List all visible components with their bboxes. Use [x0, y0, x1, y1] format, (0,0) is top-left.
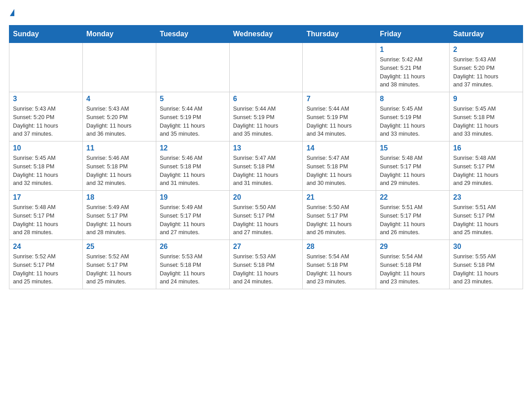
calendar-cell: 25Sunrise: 5:52 AM Sunset: 5:17 PM Dayli…: [82, 240, 156, 289]
weekday-header-saturday: Saturday: [450, 26, 523, 43]
day-info: Sunrise: 5:43 AM Sunset: 5:20 PM Dayligh…: [86, 105, 152, 138]
day-number: 3: [13, 95, 79, 103]
day-number: 7: [306, 95, 372, 103]
calendar-cell: 10Sunrise: 5:45 AM Sunset: 5:18 PM Dayli…: [9, 141, 83, 191]
day-number: 24: [13, 243, 79, 251]
day-number: 9: [453, 95, 519, 103]
calendar-cell: 28Sunrise: 5:54 AM Sunset: 5:18 PM Dayli…: [303, 240, 376, 289]
calendar-cell: 19Sunrise: 5:49 AM Sunset: 5:17 PM Dayli…: [156, 191, 229, 240]
day-number: 8: [380, 95, 446, 103]
day-info: Sunrise: 5:52 AM Sunset: 5:17 PM Dayligh…: [86, 253, 152, 286]
calendar-cell: 27Sunrise: 5:53 AM Sunset: 5:18 PM Dayli…: [229, 240, 303, 289]
day-number: 17: [13, 193, 79, 201]
day-number: 29: [380, 243, 446, 251]
day-number: 2: [453, 46, 519, 54]
weekday-header-tuesday: Tuesday: [156, 26, 229, 43]
day-info: Sunrise: 5:49 AM Sunset: 5:17 PM Dayligh…: [86, 203, 152, 237]
day-number: 28: [306, 243, 372, 251]
calendar-cell: 12Sunrise: 5:46 AM Sunset: 5:18 PM Dayli…: [156, 141, 229, 191]
calendar-cell: [156, 43, 229, 92]
day-number: 5: [160, 95, 226, 103]
calendar-cell: 11Sunrise: 5:46 AM Sunset: 5:18 PM Dayli…: [82, 141, 156, 191]
day-number: 4: [86, 95, 152, 103]
day-info: Sunrise: 5:46 AM Sunset: 5:18 PM Dayligh…: [86, 154, 152, 188]
day-number: 11: [86, 144, 152, 152]
day-number: 16: [453, 144, 519, 152]
day-number: 18: [86, 193, 152, 201]
day-info: Sunrise: 5:51 AM Sunset: 5:17 PM Dayligh…: [380, 203, 446, 237]
day-number: 6: [233, 95, 299, 103]
day-info: Sunrise: 5:50 AM Sunset: 5:17 PM Dayligh…: [233, 203, 299, 237]
calendar-cell: 20Sunrise: 5:50 AM Sunset: 5:17 PM Dayli…: [229, 191, 303, 240]
calendar-cell: 9Sunrise: 5:45 AM Sunset: 5:18 PM Daylig…: [450, 92, 523, 141]
day-info: Sunrise: 5:45 AM Sunset: 5:18 PM Dayligh…: [453, 105, 519, 138]
calendar-cell: [9, 43, 83, 92]
day-info: Sunrise: 5:43 AM Sunset: 5:20 PM Dayligh…: [453, 56, 519, 89]
calendar-cell: 1Sunrise: 5:42 AM Sunset: 5:21 PM Daylig…: [376, 43, 450, 92]
day-number: 15: [380, 144, 446, 152]
calendar-cell: 16Sunrise: 5:48 AM Sunset: 5:17 PM Dayli…: [450, 141, 523, 191]
weekday-header-monday: Monday: [82, 26, 156, 43]
weekday-header-row: SundayMondayTuesdayWednesdayThursdayFrid…: [9, 26, 523, 43]
day-info: Sunrise: 5:43 AM Sunset: 5:20 PM Dayligh…: [13, 105, 79, 138]
day-number: 22: [380, 193, 446, 201]
day-info: Sunrise: 5:53 AM Sunset: 5:18 PM Dayligh…: [233, 253, 299, 286]
calendar-cell: 21Sunrise: 5:50 AM Sunset: 5:17 PM Dayli…: [303, 191, 376, 240]
logo-triangle-icon: [10, 9, 14, 16]
day-info: Sunrise: 5:50 AM Sunset: 5:17 PM Dayligh…: [306, 203, 372, 237]
day-number: 21: [306, 193, 372, 201]
day-info: Sunrise: 5:45 AM Sunset: 5:18 PM Dayligh…: [13, 154, 79, 188]
calendar-cell: 18Sunrise: 5:49 AM Sunset: 5:17 PM Dayli…: [82, 191, 156, 240]
day-info: Sunrise: 5:45 AM Sunset: 5:19 PM Dayligh…: [380, 105, 446, 138]
calendar-cell: 13Sunrise: 5:47 AM Sunset: 5:18 PM Dayli…: [229, 141, 303, 191]
day-number: 27: [233, 243, 299, 251]
day-info: Sunrise: 5:54 AM Sunset: 5:18 PM Dayligh…: [380, 253, 446, 286]
week-row-3: 10Sunrise: 5:45 AM Sunset: 5:18 PM Dayli…: [9, 141, 523, 191]
weekday-header-sunday: Sunday: [9, 26, 83, 43]
calendar-cell: 6Sunrise: 5:44 AM Sunset: 5:19 PM Daylig…: [229, 92, 303, 141]
weekday-header-friday: Friday: [376, 26, 450, 43]
day-number: 14: [306, 144, 372, 152]
day-number: 30: [453, 243, 519, 251]
calendar-cell: 30Sunrise: 5:55 AM Sunset: 5:18 PM Dayli…: [450, 240, 523, 289]
day-info: Sunrise: 5:44 AM Sunset: 5:19 PM Dayligh…: [160, 105, 226, 138]
day-number: 26: [160, 243, 226, 251]
day-number: 19: [160, 193, 226, 201]
calendar-cell: 14Sunrise: 5:47 AM Sunset: 5:18 PM Dayli…: [303, 141, 376, 191]
day-info: Sunrise: 5:53 AM Sunset: 5:18 PM Dayligh…: [160, 253, 226, 286]
day-info: Sunrise: 5:44 AM Sunset: 5:19 PM Dayligh…: [306, 105, 372, 138]
page-header: [9, 9, 523, 16]
day-number: 10: [13, 144, 79, 152]
day-number: 25: [86, 243, 152, 251]
day-number: 23: [453, 193, 519, 201]
day-info: Sunrise: 5:52 AM Sunset: 5:17 PM Dayligh…: [13, 253, 79, 286]
calendar-cell: 7Sunrise: 5:44 AM Sunset: 5:19 PM Daylig…: [303, 92, 376, 141]
week-row-2: 3Sunrise: 5:43 AM Sunset: 5:20 PM Daylig…: [9, 92, 523, 141]
week-row-4: 17Sunrise: 5:48 AM Sunset: 5:17 PM Dayli…: [9, 191, 523, 240]
day-info: Sunrise: 5:46 AM Sunset: 5:18 PM Dayligh…: [160, 154, 226, 188]
day-info: Sunrise: 5:49 AM Sunset: 5:17 PM Dayligh…: [160, 203, 226, 237]
calendar-cell: 23Sunrise: 5:51 AM Sunset: 5:17 PM Dayli…: [450, 191, 523, 240]
day-info: Sunrise: 5:48 AM Sunset: 5:17 PM Dayligh…: [13, 203, 79, 237]
calendar-table: SundayMondayTuesdayWednesdayThursdayFrid…: [9, 25, 523, 289]
day-info: Sunrise: 5:55 AM Sunset: 5:18 PM Dayligh…: [453, 253, 519, 286]
day-info: Sunrise: 5:48 AM Sunset: 5:17 PM Dayligh…: [453, 154, 519, 188]
calendar-cell: 24Sunrise: 5:52 AM Sunset: 5:17 PM Dayli…: [9, 240, 83, 289]
week-row-5: 24Sunrise: 5:52 AM Sunset: 5:17 PM Dayli…: [9, 240, 523, 289]
day-info: Sunrise: 5:44 AM Sunset: 5:19 PM Dayligh…: [233, 105, 299, 138]
day-number: 20: [233, 193, 299, 201]
day-info: Sunrise: 5:47 AM Sunset: 5:18 PM Dayligh…: [233, 154, 299, 188]
day-info: Sunrise: 5:48 AM Sunset: 5:17 PM Dayligh…: [380, 154, 446, 188]
calendar-cell: [303, 43, 376, 92]
week-row-1: 1Sunrise: 5:42 AM Sunset: 5:21 PM Daylig…: [9, 43, 523, 92]
calendar-cell: 15Sunrise: 5:48 AM Sunset: 5:17 PM Dayli…: [376, 141, 450, 191]
calendar-cell: 8Sunrise: 5:45 AM Sunset: 5:19 PM Daylig…: [376, 92, 450, 141]
day-number: 13: [233, 144, 299, 152]
calendar-cell: 3Sunrise: 5:43 AM Sunset: 5:20 PM Daylig…: [9, 92, 83, 141]
day-number: 12: [160, 144, 226, 152]
day-info: Sunrise: 5:51 AM Sunset: 5:17 PM Dayligh…: [453, 203, 519, 237]
calendar-cell: 26Sunrise: 5:53 AM Sunset: 5:18 PM Dayli…: [156, 240, 229, 289]
calendar-cell: 2Sunrise: 5:43 AM Sunset: 5:20 PM Daylig…: [450, 43, 523, 92]
weekday-header-thursday: Thursday: [303, 26, 376, 43]
calendar-cell: 29Sunrise: 5:54 AM Sunset: 5:18 PM Dayli…: [376, 240, 450, 289]
